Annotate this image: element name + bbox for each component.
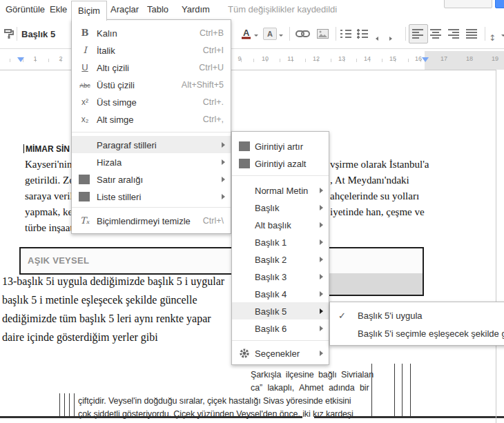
align-center-icon[interactable] [430,29,441,39]
ruler-number: 9 [238,55,241,62]
menu-item-label: Başlık 5'i seçimle eşleşecek şekilde gün… [358,328,504,339]
submenu-arrow-icon [320,326,323,331]
submenu-arrow-icon [320,351,323,356]
heading-text: MİMAR SİN [26,144,70,154]
text-color-caret[interactable] [254,35,258,39]
menu-item-baslik-6[interactable]: Başlık 6 [232,319,329,337]
menu-item-baslik[interactable]: Başlık [232,199,329,216]
menu-item-ustu-cizili[interactable]: Üstü çizili Alt+Shift+5 [72,76,231,93]
bio-line: Şarkışla ilçesine bağlı Sivrialan [251,370,374,380]
menu-item-alt-baslik[interactable]: Alt başlık [232,216,329,233]
menu-item-alti-cizili[interactable]: Altı çizili Ctrl+U [72,59,231,76]
table-border-thick [0,416,302,418]
menu-item-baslik-1[interactable]: Başlık 1 [232,233,329,250]
menu-bicim[interactable]: Biçim [71,1,107,21]
paragraph-line: saraya verile [25,190,77,202]
menu-item-bicimlendirmeyi-temizle[interactable]: Biçimlendirmeyi temizle Ctrl+\ [72,211,231,230]
menu-item-label: Paragraf stilleri [97,139,157,150]
paragraph-line: başlık 5 i metinle eşleşecek şekilde gün… [2,294,197,306]
insert-image-icon[interactable] [317,29,329,39]
menu-item-girintiyi-azalt[interactable]: Girintiyi azalt [232,155,329,172]
menu-araclar[interactable]: Araçlar [110,0,139,19]
highlight-color-icon[interactable]: A [263,28,277,40]
menu-item-baslik-2[interactable]: Başlık 2 [232,250,329,268]
menu-item-label: Başlık 4 [255,288,287,299]
menu-yardim[interactable]: Yardım [182,0,210,19]
table-border [402,364,403,416]
strikethrough-icon [77,79,93,90]
menu-item-paragraf-stilleri[interactable]: Paragraf stilleri [72,136,231,153]
menu-item-liste-stilleri[interactable]: Liste stilleri [72,188,231,205]
menu-separator [72,132,231,132]
menu-item-baslik-4[interactable]: Başlık 4 [232,285,329,302]
table-border [410,364,411,416]
submenu-arrow-icon [320,257,323,262]
numbered-list-icon[interactable] [340,29,351,39]
menu-item-alt-simge[interactable]: Alt simge Ctrl+, [72,110,231,128]
table-border [394,364,395,416]
paragraph-line: daire içinde gösterdiğim yerler gibi [2,331,158,344]
ruler-number: 17 [440,55,447,62]
bio-line: ca” lakaplı, Ahmet adında bir [251,383,369,393]
italic-icon [77,46,93,55]
menu-item-label: Altı çizili [97,62,129,72]
table-heading-text: AŞIK VEYSEL [28,255,89,266]
gear-icon [239,348,250,359]
menu-item-italik[interactable]: İtalik Ctrl+I [72,41,231,59]
ruler-number: 18 [466,55,473,62]
indent-marker-right[interactable] [422,57,429,66]
menu-item-normal-metin[interactable]: Normal Metin [232,181,329,199]
ruler-number: 19 [492,55,498,62]
heading5-submenu: ✓ Başlık 5'i uygula Başlık 5'i seçimle e… [329,302,504,346]
paragraph-style-selector[interactable]: Başlık 5 [21,29,55,39]
menu-goruntule[interactable]: Görüntüle [6,0,45,19]
indent-marker-left[interactable] [17,57,24,66]
menu-item-satir-araligi[interactable]: Satır aralığı [72,170,231,188]
paragraph-line: dediğimizde tüm başlık 5 leri aynı renkt… [2,313,211,325]
bulleted-list-icon[interactable] [357,29,368,39]
menu-item-kalin[interactable]: Kalın Ctrl+B [72,24,231,41]
toolbar-divider [17,27,17,41]
menu-ekle[interactable]: Ekle [50,0,67,19]
table-heading-cell[interactable]: AŞIK VEYSEL [19,247,424,275]
submenu-arrow-icon [222,159,225,165]
menu-item-baslik5-guncelle[interactable]: Başlık 5'i seçimle eşleşecek şekilde gün… [330,324,504,342]
increase-indent-icon [239,141,250,151]
menu-item-baslik-3[interactable]: Başlık 3 [232,268,329,285]
menu-item-label: Alt başlık [255,219,291,230]
clear-formatting-icon [77,216,93,226]
paint-format-icon[interactable] [3,28,14,39]
menu-item-baslik-5[interactable]: Başlık 5 [232,302,329,319]
toolbar-divider [405,27,406,41]
highlight-color-caret[interactable] [279,35,283,39]
ruler-number: 11 [287,55,293,62]
align-justify-icon[interactable] [466,29,477,39]
menu-item-girintiyi-artir[interactable]: Girintiyi artır [232,137,329,155]
menu-item-label: Başlık 1 [255,237,287,247]
menu-item-hizala[interactable]: Hizala [72,153,231,170]
menu-item-secenekler[interactable]: Seçenekler [232,344,329,362]
menu-tablo[interactable]: Tablo [147,0,168,19]
insert-link-icon[interactable] [295,30,310,38]
align-right-icon[interactable] [448,29,459,39]
text-color-icon[interactable]: A [242,29,251,39]
align-left-icon[interactable] [412,29,423,39]
comments-button[interactable] [444,0,492,8]
text-cursor [23,144,24,153]
submenu-arrow-icon [320,222,323,228]
table-border [371,364,372,416]
menu-item-label: Girintiyi azalt [255,158,306,168]
share-button[interactable] [495,0,504,8]
menu-item-label: Normal Metin [255,185,308,195]
menu-item-ust-simge[interactable]: Üst simge Ctrl+. [72,93,231,110]
ruler-number: 2 [59,55,62,62]
line-spacing-caret[interactable] [501,35,504,39]
menu-item-shortcut: Ctrl+U [199,63,224,72]
menu-item-label: Satır aralığı [97,174,143,184]
submenu-arrow-icon [222,142,225,148]
line-spacing-icon [79,175,90,184]
paragraph-line: iyetinde han, çeşme ve [330,206,425,218]
paragraph-line: getirildi. Zel [25,175,77,186]
menu-item-baslik5-uygula[interactable]: ✓ Başlık 5'i uygula [330,306,504,324]
menu-item-label: Hizala [97,157,122,167]
